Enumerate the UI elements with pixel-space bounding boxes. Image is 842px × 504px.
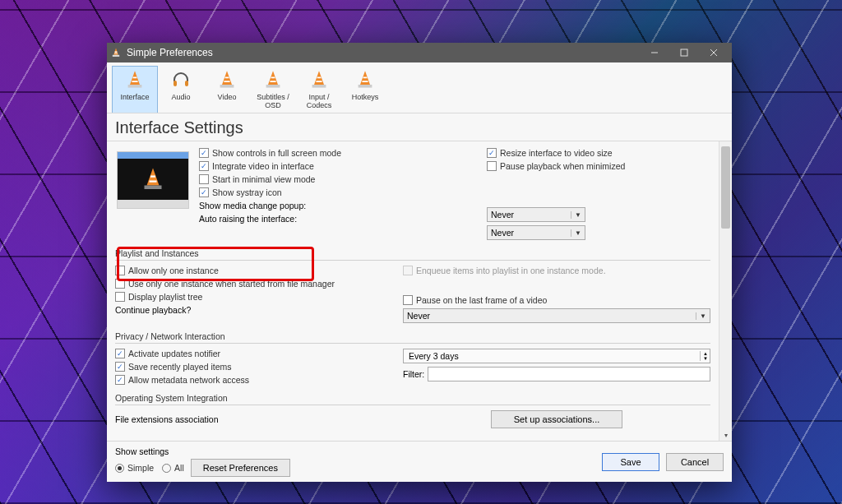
svg-rect-1 <box>681 49 687 56</box>
show-systray-checkbox[interactable]: Show systray icon <box>199 187 479 197</box>
vertical-scrollbar[interactable]: ▴ ▾ <box>719 141 732 441</box>
svg-rect-6 <box>266 85 280 88</box>
continue-playback-label: Continue playback? <box>115 305 191 315</box>
cone-icon <box>205 68 249 91</box>
file-assoc-label: File extensions association <box>115 414 218 424</box>
svg-rect-8 <box>359 85 372 88</box>
show-settings-all-radio[interactable]: All <box>162 463 184 473</box>
preview-thumbnail <box>117 151 189 209</box>
show-controls-fullscreen-checkbox[interactable]: Show controls in full screen mode <box>199 148 479 158</box>
tab-label: Input / Codecs <box>297 93 341 109</box>
tab-label: Subtitles / OSD <box>251 93 295 109</box>
filter-label: Filter: <box>403 369 424 379</box>
annotation-highlight <box>117 247 314 281</box>
tab-subtitles[interactable]: Subtitles / OSD <box>250 66 296 113</box>
chevron-down-icon: ▼ <box>696 312 706 320</box>
svg-rect-4 <box>185 81 188 86</box>
continue-playback-select[interactable]: Never▼ <box>403 308 710 323</box>
svg-rect-0 <box>113 55 119 57</box>
cancel-button[interactable]: Cancel <box>666 453 724 471</box>
auto-raise-label: Auto raising the interface: <box>199 214 297 224</box>
resize-to-video-checkbox[interactable]: Resize interface to video size <box>487 148 710 158</box>
allow-metadata-checkbox[interactable]: Allow metadata network access <box>115 375 395 385</box>
tab-video[interactable]: Video <box>204 66 250 113</box>
tab-audio[interactable]: Audio <box>158 66 204 113</box>
save-recent-checkbox[interactable]: Save recently played items <box>115 362 395 372</box>
maximize-button[interactable] <box>669 43 699 62</box>
media-change-popup-label: Show media change popup: <box>199 201 306 210</box>
headphones-icon <box>159 68 203 91</box>
svg-rect-3 <box>173 81 177 86</box>
section-privacy: Privacy / Network Interaction <box>115 331 710 344</box>
integrate-video-checkbox[interactable]: Integrate video in interface <box>199 161 479 171</box>
category-tabs: Interface Audio Video Subtitles / OSD In… <box>107 62 732 113</box>
tab-label: Audio <box>159 93 203 101</box>
app-icon <box>110 47 122 58</box>
cone-icon <box>113 68 157 91</box>
tab-label: Video <box>205 93 249 101</box>
cone-icon <box>343 68 387 91</box>
tab-hotkeys[interactable]: Hotkeys <box>342 66 388 113</box>
scroll-down-icon: ▾ <box>719 429 732 441</box>
svg-rect-2 <box>128 85 142 88</box>
pause-last-frame-checkbox[interactable]: Pause on the last frame of a video <box>403 295 710 305</box>
enqueue-one-instance-checkbox: Enqueue items into playlist in one insta… <box>403 266 710 275</box>
settings-panel: Show controls in full screen mode Integr… <box>107 141 719 441</box>
window-title: Simple Preferences <box>127 47 640 58</box>
chevron-down-icon: ▼ <box>571 211 581 219</box>
pause-minimized-checkbox[interactable]: Pause playback when minimized <box>487 161 710 171</box>
activate-updates-checkbox[interactable]: Activate updates notifier <box>115 349 395 358</box>
media-change-popup-select[interactable]: Never▼ <box>487 207 585 222</box>
updates-interval-spinner[interactable]: Every 3 days ▲▼ <box>403 349 710 363</box>
tab-input-codecs[interactable]: Input / Codecs <box>296 66 342 113</box>
show-settings-label: Show settings <box>115 446 290 456</box>
auto-raise-select[interactable]: Never▼ <box>487 225 585 240</box>
tab-interface[interactable]: Interface <box>112 66 158 113</box>
save-button[interactable]: Save <box>602 453 659 471</box>
page-title: Interface Settings <box>107 113 732 141</box>
chevron-down-icon: ▼ <box>571 229 581 237</box>
cone-icon <box>297 68 341 91</box>
display-playlist-tree-checkbox[interactable]: Display playlist tree <box>115 292 395 302</box>
setup-associations-button[interactable]: Set up associations... <box>491 410 622 428</box>
close-button[interactable] <box>699 43 729 62</box>
spinner-arrows-icon: ▲▼ <box>700 351 708 361</box>
scrollbar-thumb[interactable] <box>721 146 730 229</box>
show-settings-simple-radio[interactable]: Simple <box>115 463 154 473</box>
minimize-button[interactable] <box>640 43 669 62</box>
titlebar[interactable]: Simple Preferences <box>107 43 732 62</box>
filter-input[interactable] <box>428 367 710 381</box>
svg-rect-5 <box>220 85 234 88</box>
svg-rect-7 <box>312 85 326 88</box>
svg-rect-9 <box>145 186 162 190</box>
section-os-integration: Operating System Integration <box>115 393 710 405</box>
tab-label: Interface <box>113 93 157 101</box>
tab-label: Hotkeys <box>343 93 387 101</box>
cone-icon <box>251 68 295 91</box>
reset-preferences-button[interactable]: Reset Preferences <box>191 459 290 477</box>
start-minimal-checkbox[interactable]: Start in minimal view mode <box>199 174 479 184</box>
